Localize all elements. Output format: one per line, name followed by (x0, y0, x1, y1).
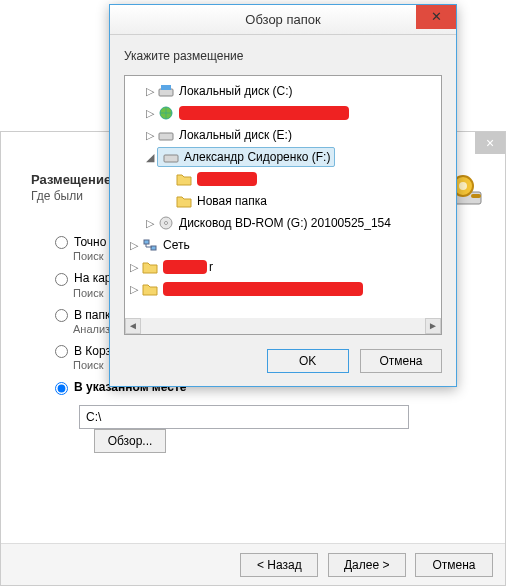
svg-rect-3 (471, 194, 481, 198)
scroll-right-icon[interactable]: ► (425, 318, 441, 334)
svg-point-10 (165, 222, 168, 225)
globe-icon (157, 105, 175, 121)
svg-rect-7 (159, 133, 173, 140)
radio-exact-input[interactable] (55, 236, 68, 249)
svg-rect-11 (144, 240, 149, 244)
network-icon (141, 237, 159, 253)
tree-item-selected-drive[interactable]: ◢ Александр Сидоренко (F:) (127, 146, 439, 168)
next-button[interactable]: Далее > (328, 553, 406, 577)
chevron-right-icon[interactable]: ▷ (127, 261, 141, 274)
chevron-right-icon[interactable]: ▷ (127, 239, 141, 252)
tree-item-local-c[interactable]: ▷ Локальный диск (C:) (127, 80, 439, 102)
tree-item-bdrom[interactable]: ▷ Дисковод BD-ROM (G:) 20100525_154 (127, 212, 439, 234)
folder-icon (175, 193, 193, 209)
drive-icon (157, 83, 175, 99)
drive-icon (162, 149, 180, 165)
radio-folder-input[interactable] (55, 309, 68, 322)
dialog-titlebar[interactable]: Обзор папок ✕ (110, 5, 456, 35)
tree-item-local-e[interactable]: ▷ Локальный диск (E:) (127, 124, 439, 146)
dialog-instruction: Укажите размещение (124, 49, 442, 63)
wizard-close-button[interactable]: × (475, 132, 505, 154)
chevron-right-icon[interactable]: ▷ (143, 85, 157, 98)
dialog-cancel-button[interactable]: Отмена (360, 349, 442, 373)
dialog-title-text: Обзор папок (245, 12, 320, 27)
chevron-right-icon[interactable]: ▷ (127, 283, 141, 296)
chevron-right-icon[interactable]: ▷ (143, 129, 157, 142)
horizontal-scrollbar[interactable]: ◄ ► (125, 318, 441, 334)
tree-item-redacted-1[interactable]: ▷ (127, 102, 439, 124)
wizard-cancel-button[interactable]: Отмена (415, 553, 493, 577)
tree-item-new-folder[interactable]: Новая папка (127, 190, 439, 212)
tree-item-redacted-2[interactable]: ▷ r (127, 256, 439, 278)
drive-icon (157, 127, 175, 143)
folder-tree[interactable]: ▷ Локальный диск (C:) ▷ ▷ Локальный диск… (124, 75, 442, 335)
svg-rect-5 (161, 85, 171, 90)
folder-icon (175, 171, 193, 187)
disc-icon (157, 215, 175, 231)
redacted-label (197, 172, 257, 186)
wizard-footer: < Назад Далее > Отмена (1, 543, 505, 585)
chevron-right-icon[interactable]: ▷ (143, 217, 157, 230)
svg-point-2 (459, 182, 467, 190)
browse-folder-dialog: Обзор папок ✕ Укажите размещение ▷ Локал… (109, 4, 457, 387)
folder-icon (141, 259, 159, 275)
tree-item-child-redacted[interactable] (127, 168, 439, 190)
ok-button[interactable]: OK (267, 349, 349, 373)
tree-item-redacted-3[interactable]: ▷ (127, 278, 439, 300)
radio-recycle-input[interactable] (55, 345, 68, 358)
chevron-down-icon[interactable]: ◢ (143, 151, 157, 164)
tree-item-network[interactable]: ▷ Сеть (127, 234, 439, 256)
dialog-footer: OK Отмена (110, 339, 456, 387)
svg-rect-8 (164, 155, 178, 162)
scroll-track[interactable] (141, 318, 425, 334)
close-icon: ✕ (431, 9, 442, 24)
back-button[interactable]: < Назад (240, 553, 318, 577)
dialog-close-button[interactable]: ✕ (416, 5, 456, 29)
redacted-label (163, 260, 207, 274)
radio-specified-input[interactable] (55, 382, 68, 395)
scroll-left-icon[interactable]: ◄ (125, 318, 141, 334)
folder-icon (141, 281, 159, 297)
svg-rect-4 (159, 89, 173, 96)
redacted-label (179, 106, 349, 120)
redacted-label (163, 282, 363, 296)
chevron-right-icon[interactable]: ▷ (143, 107, 157, 120)
path-input[interactable] (79, 405, 409, 429)
radio-card-input[interactable] (55, 273, 68, 286)
browse-button[interactable]: Обзор... (94, 429, 166, 453)
